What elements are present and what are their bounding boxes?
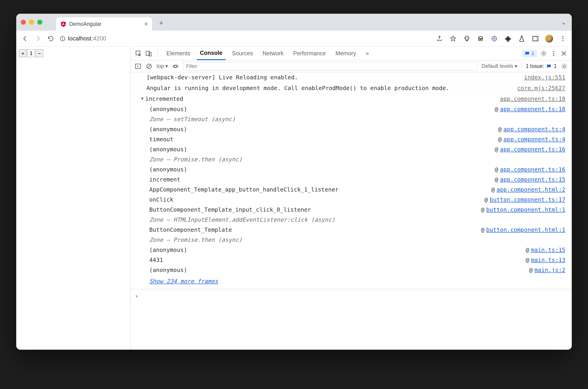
close-window-button[interactable] xyxy=(21,20,26,25)
sidebar-toggle-icon[interactable] xyxy=(135,63,141,70)
frame-function: 4431 xyxy=(144,255,163,265)
frame-function: AppComponent_Template_app_button_handleC… xyxy=(144,185,339,194)
log-message: [webpack-dev-server] Live Reloading enab… xyxy=(147,73,517,82)
frame-function: (anonymous) xyxy=(144,265,187,275)
extension-skull-icon[interactable] xyxy=(463,35,471,42)
browser-window: DemoAngular × + ⌄ localhost:4200 xyxy=(16,14,572,350)
messages-badge[interactable]: 1 xyxy=(522,50,537,57)
console-settings-icon[interactable] xyxy=(561,63,568,70)
frame-function: Zone — setTimeout (async) xyxy=(144,115,235,124)
log-source-link[interactable]: index.js:551 xyxy=(517,73,565,82)
settings-icon[interactable] xyxy=(540,50,547,57)
issues-indicator[interactable]: 1 Issue: 1 xyxy=(526,63,557,69)
extension-target-icon[interactable] xyxy=(490,35,498,42)
extension-panel-icon[interactable] xyxy=(531,35,539,42)
frame-source-link[interactable]: app.component.ts:4 xyxy=(503,125,565,134)
svg-point-11 xyxy=(492,36,496,41)
devtools-menu-icon[interactable] xyxy=(550,50,557,57)
frame-function: Zone — HTMLInputElement.addEventListener… xyxy=(144,215,335,225)
frame-function: (anonymous) xyxy=(144,104,187,114)
extension-incognito-icon[interactable] xyxy=(477,35,485,42)
tab-console[interactable]: Console xyxy=(196,47,226,60)
trace-frame: AppComponent_Template_app_button_handleC… xyxy=(144,185,565,195)
tab-sources[interactable]: Sources xyxy=(229,47,256,60)
browser-toolbar: localhost:4200 xyxy=(16,31,572,47)
trace-frame: (anonymous)@main.js:2 xyxy=(144,265,565,275)
device-icon[interactable] xyxy=(145,50,152,57)
browser-menu-icon[interactable] xyxy=(559,35,567,42)
frame-source-link[interactable]: app.component.ts:16 xyxy=(500,145,565,154)
log-levels-selector[interactable]: Default levels▾ xyxy=(482,63,517,69)
live-expression-icon[interactable] xyxy=(172,63,179,70)
tab-memory[interactable]: Memory xyxy=(332,47,359,60)
disclosure-triangle-icon[interactable]: ▼ xyxy=(141,95,144,105)
svg-point-17 xyxy=(562,40,563,41)
frame-source-link[interactable]: app.component.ts:15 xyxy=(500,175,565,184)
trace-frame: timeout@app.component.ts:4 xyxy=(144,134,565,144)
console-log: [webpack-dev-server] Live Reloading enab… xyxy=(131,72,572,350)
close-devtools-icon[interactable] xyxy=(560,50,567,57)
forward-button[interactable] xyxy=(34,35,42,42)
frame-source-link[interactable]: button.component.ts:17 xyxy=(490,195,565,205)
console-prompt[interactable]: › xyxy=(131,289,572,303)
log-source-link[interactable]: core.mjs:25627 xyxy=(510,83,565,93)
frame-function: ButtonComponent_Template_input_click_0_l… xyxy=(144,205,311,215)
reload-button[interactable] xyxy=(47,35,55,42)
close-tab-button[interactable]: × xyxy=(144,21,148,27)
minimize-window-button[interactable] xyxy=(29,20,34,25)
new-tab-button[interactable]: + xyxy=(156,18,166,28)
content-area: + 1 − Elements Console Sources Network P… xyxy=(16,47,572,350)
inspect-icon[interactable] xyxy=(135,50,142,57)
clear-console-icon[interactable] xyxy=(146,63,153,70)
frame-source-link[interactable]: app.component.ts:16 xyxy=(500,165,565,174)
svg-point-29 xyxy=(563,65,565,67)
svg-point-15 xyxy=(562,36,563,37)
browser-tab[interactable]: DemoAngular × xyxy=(56,17,152,31)
extensions-icon[interactable] xyxy=(504,35,512,42)
back-button[interactable] xyxy=(21,35,29,42)
svg-point-6 xyxy=(465,37,466,38)
frame-function: increment xyxy=(144,175,180,184)
maximize-window-button[interactable] xyxy=(37,20,42,25)
decrement-button[interactable]: − xyxy=(35,49,43,57)
frame-source-link[interactable]: app.component.html:2 xyxy=(496,185,565,194)
trace-zone-note: Zone — HTMLInputElement.addEventListener… xyxy=(144,215,565,225)
counter-controls: + 1 − xyxy=(19,49,128,57)
frame-function: (anonymous) xyxy=(144,145,187,154)
frame-source-link[interactable]: button.component.html:1 xyxy=(486,225,565,235)
svg-point-16 xyxy=(562,38,563,39)
tab-elements[interactable]: Elements xyxy=(163,47,194,60)
frame-source-link[interactable]: main.js:2 xyxy=(534,265,565,275)
context-selector[interactable]: top▾ xyxy=(157,63,168,69)
filter-input[interactable] xyxy=(183,62,478,70)
address-bar[interactable]: localhost:4200 xyxy=(60,35,106,42)
svg-point-9 xyxy=(481,39,483,41)
tab-strip: DemoAngular × + ⌄ xyxy=(16,14,572,31)
frame-function: Zone — Promise.then (async) xyxy=(144,155,242,164)
tab-network[interactable]: Network xyxy=(260,47,287,60)
svg-point-28 xyxy=(174,65,177,67)
show-more-frames-link[interactable]: Show 234 more frames xyxy=(149,278,218,285)
frame-source-link[interactable]: main.ts:13 xyxy=(531,255,565,265)
url-text: localhost:4200 xyxy=(68,35,106,42)
increment-button[interactable]: + xyxy=(19,49,27,57)
tab-performance[interactable]: Performance xyxy=(290,47,329,60)
frame-source-link[interactable]: app.component.ts:4 xyxy=(503,135,565,144)
share-icon[interactable] xyxy=(435,35,443,42)
frame-source-link[interactable]: main.ts:15 xyxy=(531,245,565,255)
extension-flask-icon[interactable] xyxy=(518,35,525,42)
tabs-overflow[interactable]: » xyxy=(362,47,372,60)
issues-count: 1 xyxy=(554,63,557,69)
log-message: Angular is running in development mode. … xyxy=(147,83,510,93)
tab-overflow-button[interactable]: ⌄ xyxy=(561,19,566,26)
angular-icon xyxy=(60,21,66,27)
frame-source-link[interactable]: button.component.html:1 xyxy=(486,205,565,215)
trace-source-link[interactable]: app.component.ts:18 xyxy=(500,94,565,104)
profile-avatar[interactable] xyxy=(545,35,553,42)
frame-source-link[interactable]: app.component.ts:18 xyxy=(500,104,565,114)
trace-frame: 4431@main.ts:13 xyxy=(144,255,565,265)
trace-zone-note: Zone — Promise.then (async) xyxy=(144,155,565,164)
svg-point-5 xyxy=(465,36,469,40)
bookmark-icon[interactable] xyxy=(449,35,457,42)
trace-frame: onClick@button.component.ts:17 xyxy=(144,195,565,205)
